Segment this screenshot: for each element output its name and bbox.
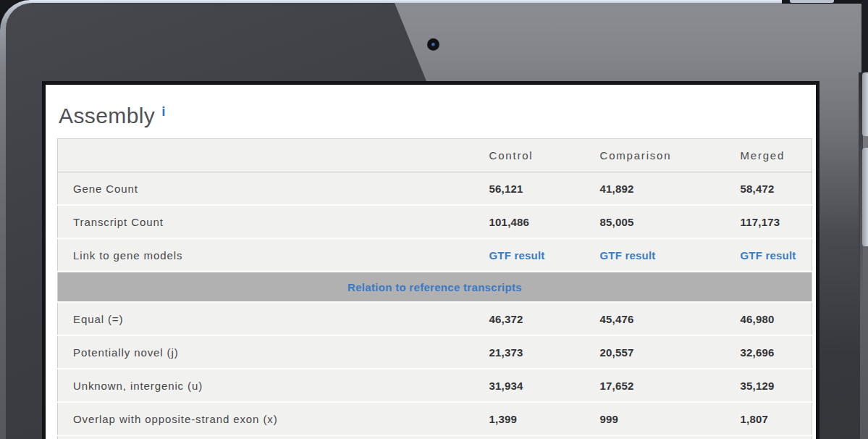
row-label: Unknown, intergenic (u) xyxy=(58,369,489,402)
row-label: Potentially novel (j) xyxy=(58,335,489,369)
cell-value: 31,934 xyxy=(489,369,600,402)
camera-lens xyxy=(431,43,435,46)
table-row: Gene Count56,12141,89258,472 xyxy=(58,172,812,206)
cell-value: 46,980 xyxy=(741,302,812,335)
cell-value: 35,129 xyxy=(741,369,812,402)
gtf-result-link[interactable]: GTF result xyxy=(600,238,741,272)
table-row: Transcript Count101,48685,005117,173 xyxy=(58,205,812,238)
row-label: Link to gene models xyxy=(58,238,489,272)
table-header-row: Control Comparison Merged xyxy=(58,139,812,172)
tablet-screen: Assemblyi Control Comparison Merged Gene… xyxy=(42,81,819,439)
cell-value: 85,005 xyxy=(600,205,741,238)
table-row: Overlap with opposite-strand exon (x)1,3… xyxy=(58,402,812,435)
assembly-report-page: Assemblyi Control Comparison Merged Gene… xyxy=(46,85,816,439)
volume-up-button xyxy=(862,72,868,136)
cell-value: 999 xyxy=(600,402,741,435)
page-title-text: Assembly xyxy=(59,104,155,127)
volume-down-button xyxy=(862,148,868,246)
row-label: Overlap with opposite-strand exon (x) xyxy=(58,402,489,435)
table-row: Unknown, intergenic (u)31,93417,65235,12… xyxy=(58,369,812,402)
cell-value: 561 xyxy=(741,435,812,439)
cell-value: 1,399 xyxy=(489,402,600,435)
cell-value: 45,476 xyxy=(600,302,741,335)
cell-value: 32,696 xyxy=(741,335,812,369)
column-header-comparison: Comparison xyxy=(600,139,741,172)
cell-value: 41,892 xyxy=(600,172,741,206)
background-right-edge xyxy=(861,0,868,84)
table-row: Potentially novel (j)21,37320,55732,696 xyxy=(58,335,812,369)
cell-value: 56,121 xyxy=(489,172,600,206)
power-button xyxy=(790,0,834,3)
cell-value: 17,652 xyxy=(600,369,741,402)
assembly-table-body: Gene Count56,12141,89258,472Transcript C… xyxy=(58,172,812,439)
gtf-result-link[interactable]: GTF result xyxy=(489,238,600,272)
cell-value: 46,372 xyxy=(489,302,600,335)
table-row: Link to gene modelsGTF resultGTF resultG… xyxy=(58,238,812,272)
cell-value: 101,486 xyxy=(489,205,600,238)
table-row: Equal (=)46,37245,47646,980 xyxy=(58,302,812,335)
page-title: Assemblyi xyxy=(59,104,813,127)
cell-value: 1,807 xyxy=(741,402,812,435)
cell-value: 408 xyxy=(489,435,600,439)
column-header-control: Control xyxy=(489,139,600,172)
section-row: Relation to reference transcripts xyxy=(58,272,812,302)
row-label: Equal (=) xyxy=(58,302,489,335)
section-header: Relation to reference transcripts xyxy=(58,272,812,302)
column-header-merged: Merged xyxy=(741,139,812,172)
column-header-empty xyxy=(58,139,489,172)
assembly-table: Control Comparison Merged Gene Count56,1… xyxy=(57,138,812,439)
cell-value: 21,373 xyxy=(489,335,600,369)
front-camera xyxy=(427,38,439,51)
cell-value: 117,173 xyxy=(741,205,812,238)
row-label: Transcript Count xyxy=(58,205,489,238)
info-icon[interactable]: i xyxy=(161,104,166,119)
row-label: Other xyxy=(58,435,489,439)
gtf-result-link[interactable]: GTF result xyxy=(741,238,812,272)
cell-value: 58,472 xyxy=(741,172,812,206)
cell-value: 321 xyxy=(600,435,741,439)
table-row: Other408321561 xyxy=(58,435,812,439)
cell-value: 20,557 xyxy=(600,335,741,369)
row-label: Gene Count xyxy=(58,172,489,206)
